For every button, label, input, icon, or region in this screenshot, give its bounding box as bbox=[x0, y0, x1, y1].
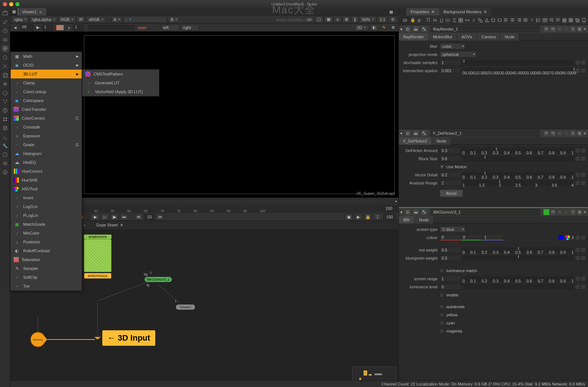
stack-icon[interactable] bbox=[562, 17, 567, 24]
screenrange-slider[interactable]: 00.10.20.30.40.50.60.70.80.91 bbox=[463, 276, 574, 282]
lummatch-checkbox[interactable] bbox=[440, 268, 444, 273]
menu-mincolor[interactable]: ⟋MinColor bbox=[11, 229, 82, 238]
float-icon[interactable]: ⧉ bbox=[577, 209, 582, 215]
node-preview[interactable] bbox=[84, 239, 111, 272]
air-icon[interactable] bbox=[1, 169, 9, 176]
lock-icon[interactable]: 🔒 bbox=[410, 17, 416, 24]
color-dropdown[interactable]: RGB bbox=[58, 16, 76, 23]
menu-colorspace[interactable]: ◉Colorspace bbox=[11, 96, 82, 105]
node-icon[interactable]: ▬ bbox=[413, 26, 419, 32]
tab-ibk[interactable]: IBK bbox=[399, 216, 415, 224]
roundrect-icon[interactable] bbox=[497, 17, 503, 24]
overlay-toggle-icon[interactable]: ≣ bbox=[389, 24, 397, 31]
arrow-icon[interactable]: → bbox=[563, 26, 569, 32]
right-view-button[interactable]: right bbox=[181, 24, 199, 31]
indicator-icon[interactable] bbox=[543, 209, 549, 215]
colorpicker-icon[interactable] bbox=[565, 235, 570, 240]
pause-icon[interactable]: ‖ bbox=[351, 16, 359, 23]
nodename-input[interactable] bbox=[431, 26, 540, 32]
menu-invert[interactable]: ⟋Invert bbox=[11, 193, 82, 202]
play-fwd-icon[interactable]: ▶ bbox=[91, 214, 99, 220]
collapse-icon[interactable]: ▾ bbox=[400, 131, 403, 136]
colour-swatch[interactable] bbox=[558, 235, 563, 240]
colour-b-input[interactable] bbox=[482, 234, 504, 240]
revert-icon[interactable]: ↻ bbox=[557, 130, 563, 136]
roi-icon[interactable]: ▢ bbox=[315, 16, 323, 23]
lock-icon[interactable]: ⊘ bbox=[389, 16, 397, 23]
pencil-icon[interactable]: ✎ bbox=[380, 24, 388, 31]
about-button[interactable]: About bbox=[440, 190, 463, 197]
menu-sampler[interactable]: ✎Sampler bbox=[11, 264, 82, 273]
close-tab-icon[interactable]: ✕ bbox=[120, 223, 123, 228]
collapse-icon[interactable]: ▾ bbox=[400, 27, 403, 32]
anim-icon[interactable] bbox=[581, 68, 586, 73]
3d-icon[interactable] bbox=[1, 89, 9, 96]
menu-3dlut[interactable]: 🔶3D LUT▶ bbox=[11, 70, 82, 78]
justify-icon[interactable] bbox=[523, 17, 528, 24]
minimize-icon[interactable] bbox=[9, 2, 13, 6]
transform-icon[interactable] bbox=[1, 80, 9, 88]
align-left-icon[interactable] bbox=[503, 17, 509, 24]
alpha-dropdown[interactable]: rgba.alpha bbox=[29, 16, 57, 23]
gamma-input[interactable]: 1 bbox=[42, 24, 53, 31]
redo-icon[interactable]: ↷ bbox=[550, 26, 556, 32]
channel-icon[interactable] bbox=[1, 36, 9, 43]
ratio-button[interactable]: 1:1 bbox=[377, 16, 388, 23]
node-samplescene[interactable]: ampleScene bbox=[84, 235, 111, 239]
triangle-icon[interactable] bbox=[484, 17, 489, 24]
redweight-slider[interactable]: 00.10.20.30.40.50.60.70.80.91 bbox=[463, 247, 574, 253]
menu-clamp[interactable]: ⟋Clamp bbox=[11, 78, 82, 87]
panel-header[interactable]: ▾ ⊙ ▬ 🔧 ↶ ↷ ↻ → ? ⧉ ✕ bbox=[399, 129, 588, 137]
merge-icon[interactable] bbox=[1, 71, 9, 79]
enable-checkbox[interactable] bbox=[440, 293, 444, 297]
lumlevel-input[interactable] bbox=[440, 284, 461, 290]
anim-icon[interactable] bbox=[575, 180, 580, 186]
space-h-icon[interactable] bbox=[465, 17, 470, 24]
y-input[interactable]: 1 bbox=[73, 24, 84, 31]
wrench-icon[interactable]: 🔧 bbox=[421, 26, 427, 32]
wrench-icon[interactable]: 🔧 bbox=[421, 130, 427, 136]
menu-crosstalk[interactable]: ⟋Crosstalk bbox=[11, 123, 82, 131]
maxpanels-input[interactable] bbox=[400, 17, 409, 24]
pane-menu-icon[interactable]: ▦ bbox=[389, 10, 393, 14]
redo-icon[interactable]: ↷ bbox=[550, 209, 556, 215]
menu-colorcorrect[interactable]: ColorCorrectC bbox=[11, 114, 82, 123]
menu-ploglin[interactable]: ⟋PLogLin bbox=[11, 211, 82, 220]
revert-icon[interactable]: ↻ bbox=[557, 26, 563, 32]
other-icon[interactable]: 🔧 bbox=[1, 142, 9, 149]
align-top-icon[interactable] bbox=[426, 17, 431, 24]
menu-matchgrade[interactable]: ▦MatchGrade bbox=[11, 220, 82, 229]
range-end-input2[interactable] bbox=[383, 214, 396, 220]
anim-icon[interactable] bbox=[575, 256, 580, 261]
node-icon[interactable]: ▬ bbox=[413, 209, 419, 215]
tab-viewer[interactable]: Viewer1 ✕ bbox=[18, 8, 46, 15]
bgweight-slider[interactable] bbox=[463, 255, 574, 261]
b-input-dropdown[interactable]: B bbox=[168, 16, 180, 23]
indent-left-icon[interactable] bbox=[549, 17, 554, 24]
menu-rolloffcontrast[interactable]: ◐RolloffContrast bbox=[11, 246, 82, 255]
tab-properties[interactable]: Properties ✕ bbox=[406, 8, 439, 15]
anim-icon[interactable] bbox=[581, 256, 586, 261]
menu-toe[interactable]: ⟋Toe bbox=[11, 282, 82, 291]
list-icon[interactable] bbox=[536, 17, 541, 24]
tab-bgrenders[interactable]: Background Renders ✕ bbox=[439, 8, 491, 15]
lut-dropdown[interactable]: sRGB bbox=[86, 16, 106, 23]
range-end-input[interactable] bbox=[382, 205, 396, 211]
flipbook-icon[interactable]: ▣ bbox=[345, 214, 353, 220]
export-icon[interactable]: ⤴ bbox=[373, 214, 382, 220]
lumlevel-slider[interactable] bbox=[463, 284, 574, 290]
node-viewer[interactable]: Viewer1 bbox=[176, 305, 195, 310]
menu-log2lin[interactable]: ⟋Log2Lin bbox=[11, 202, 82, 211]
tab-rayrender[interactable]: RayRender bbox=[399, 33, 429, 41]
statusbar-dropdown-icon[interactable]: ▾ bbox=[395, 200, 397, 203]
tab-aovs[interactable]: AOVs bbox=[457, 33, 477, 41]
align-right-icon[interactable] bbox=[516, 17, 522, 24]
epsilon-input[interactable] bbox=[440, 67, 461, 74]
screenrange-input[interactable] bbox=[440, 275, 461, 282]
node-ibk[interactable]: IBKGizmoV3_1 bbox=[145, 277, 172, 282]
left-view-button[interactable]: left bbox=[161, 24, 179, 31]
gain-slider[interactable] bbox=[88, 25, 134, 30]
a-input-dropdown[interactable]: A bbox=[111, 16, 123, 23]
dist-h-icon[interactable] bbox=[445, 17, 451, 24]
menu-grade[interactable]: ⟋GradeG bbox=[11, 140, 82, 149]
